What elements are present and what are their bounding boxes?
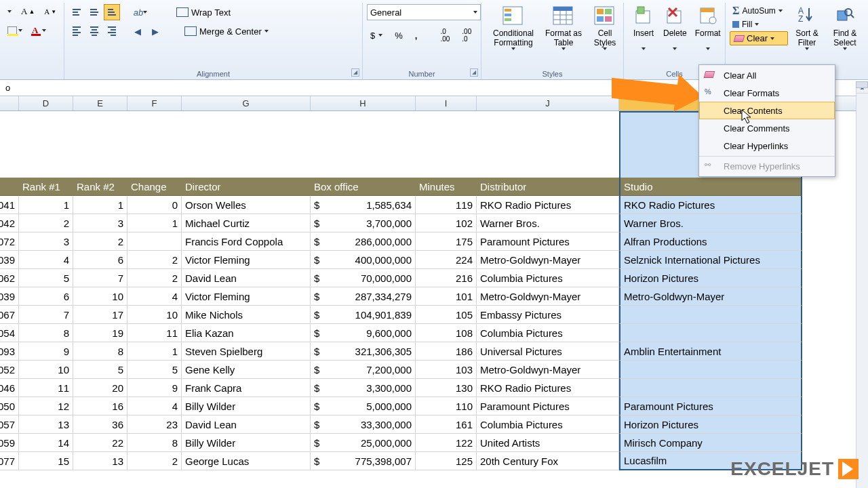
merge-center-button[interactable]: Merge & Center: [180, 24, 273, 39]
clear-formats-item[interactable]: %Clear Formats: [699, 84, 835, 102]
cell[interactable]: 101: [416, 287, 477, 306]
cell[interactable]: 4: [127, 287, 182, 306]
align-top-button[interactable]: [68, 4, 85, 20]
cell[interactable]: Orson Welles: [182, 196, 311, 214]
cell[interactable]: Columbia Pictures: [477, 269, 619, 287]
grow-font-button[interactable]: A▲: [18, 4, 38, 19]
cell[interactable]: 6: [19, 287, 73, 306]
cell[interactable]: [127, 232, 182, 251]
cell[interactable]: 20th Century Fox: [477, 452, 619, 470]
cell[interactable]: 10: [127, 306, 182, 324]
cell[interactable]: 9: [127, 379, 182, 397]
conditional-formatting-button[interactable]: Conditional Formatting: [486, 4, 541, 52]
insert-button[interactable]: Insert: [628, 4, 659, 52]
cell[interactable]: 17: [73, 306, 127, 324]
cell[interactable]: $400,000,000: [311, 251, 416, 269]
cell[interactable]: Embassy Pictures: [477, 306, 619, 324]
cell[interactable]: 11: [19, 379, 73, 397]
cell[interactable]: 119: [416, 196, 477, 214]
cell[interactable]: Gene Kelly: [182, 361, 311, 379]
cell[interactable]: Francis Ford Coppola: [182, 232, 311, 251]
cell[interactable]: 050: [0, 397, 19, 415]
alignment-dialog-launcher[interactable]: ◢: [351, 68, 359, 77]
cell[interactable]: 103: [416, 361, 477, 379]
clear-comments-item[interactable]: Clear Comments: [699, 119, 835, 137]
cell[interactable]: 062: [0, 269, 19, 287]
format-as-table-button[interactable]: Format as Table: [541, 4, 586, 52]
header-cell[interactable]: Minutes: [416, 178, 477, 196]
cell[interactable]: 3: [19, 232, 73, 251]
align-right-button[interactable]: [104, 23, 120, 39]
cell[interactable]: 22: [73, 434, 127, 452]
header-cell[interactable]: Studio: [619, 178, 802, 196]
increase-indent-button[interactable]: ▶: [147, 23, 163, 39]
cell[interactable]: Metro-Goldwyn-Mayer: [477, 287, 619, 306]
cell[interactable]: Amblin Entertainment: [619, 342, 802, 361]
cell[interactable]: 108: [416, 324, 477, 342]
cell[interactable]: $775,398,007: [311, 452, 416, 470]
format-button[interactable]: Format: [691, 4, 725, 52]
autosum-button[interactable]: ΣAutoSum: [730, 4, 788, 18]
fill-color-button[interactable]: [4, 24, 26, 37]
column-header-H[interactable]: H: [311, 96, 416, 110]
cell[interactable]: 093: [0, 342, 19, 361]
column-header-J[interactable]: J: [477, 96, 619, 110]
cell[interactable]: 110: [416, 397, 477, 415]
cell[interactable]: 130: [416, 379, 477, 397]
cell[interactable]: 7: [19, 306, 73, 324]
clear-hyperlinks-item[interactable]: Clear Hyperlinks: [699, 137, 835, 155]
decrease-decimal-button[interactable]: .00.0: [458, 26, 475, 45]
comma-format-button[interactable]: ,: [412, 28, 421, 43]
cell[interactable]: 23: [127, 415, 182, 434]
number-dialog-launcher[interactable]: ◢: [470, 68, 478, 77]
cell[interactable]: 3: [73, 214, 127, 232]
cell[interactable]: 102: [416, 214, 477, 232]
cell[interactable]: 4: [19, 251, 73, 269]
cell-styles-button[interactable]: Cell Styles: [586, 4, 624, 52]
orientation-button[interactable]: ab: [132, 4, 149, 20]
sort-filter-button[interactable]: AZ Sort & Filter: [788, 4, 826, 52]
vertical-scrollbar[interactable]: ▲: [856, 81, 868, 488]
cell[interactable]: RKO Radio Pictures: [619, 196, 802, 214]
cell[interactable]: 067: [0, 306, 19, 324]
cell[interactable]: 13: [19, 415, 73, 434]
cell[interactable]: 224: [416, 251, 477, 269]
cell[interactable]: 6: [73, 251, 127, 269]
cell[interactable]: 36: [73, 415, 127, 434]
cell[interactable]: 2: [127, 269, 182, 287]
cell[interactable]: United Artists: [477, 434, 619, 452]
cell[interactable]: Selznick International Pictures: [619, 251, 802, 269]
wrap-text-button[interactable]: Wrap Text: [172, 5, 235, 20]
cell[interactable]: $104,901,839: [311, 306, 416, 324]
cell[interactable]: Victor Fleming: [182, 287, 311, 306]
font-color-button[interactable]: A: [28, 23, 50, 38]
cell[interactable]: 7: [73, 269, 127, 287]
cell[interactable]: 5: [19, 269, 73, 287]
cell[interactable]: 122: [416, 434, 477, 452]
cell[interactable]: 039: [0, 287, 19, 306]
cell[interactable]: David Lean: [182, 269, 311, 287]
cell[interactable]: Universal Pictures: [477, 342, 619, 361]
column-header-I[interactable]: I: [416, 96, 477, 110]
cell[interactable]: 5: [73, 361, 127, 379]
clear-contents-item[interactable]: Clear Contents: [699, 102, 835, 119]
accounting-format-button[interactable]: $: [367, 28, 386, 43]
cell[interactable]: 052: [0, 361, 19, 379]
cell[interactable]: 186: [416, 342, 477, 361]
cell[interactable]: $1,585,634: [311, 196, 416, 214]
cell[interactable]: RKO Radio Pictures: [477, 196, 619, 214]
cell[interactable]: Billy Wilder: [182, 397, 311, 415]
split-handle[interactable]: [856, 81, 868, 88]
align-center-button[interactable]: [86, 23, 102, 39]
column-header-partial[interactable]: [0, 96, 19, 110]
cell[interactable]: 046: [0, 379, 19, 397]
cell[interactable]: 105: [416, 306, 477, 324]
header-cell[interactable]: Rank #2: [73, 178, 127, 196]
cell[interactable]: 216: [416, 269, 477, 287]
cell[interactable]: 077: [0, 452, 19, 470]
cell[interactable]: 054: [0, 324, 19, 342]
cell[interactable]: 125: [416, 452, 477, 470]
cell[interactable]: [619, 324, 802, 342]
cell[interactable]: David Lean: [182, 415, 311, 434]
cell[interactable]: 19: [73, 324, 127, 342]
